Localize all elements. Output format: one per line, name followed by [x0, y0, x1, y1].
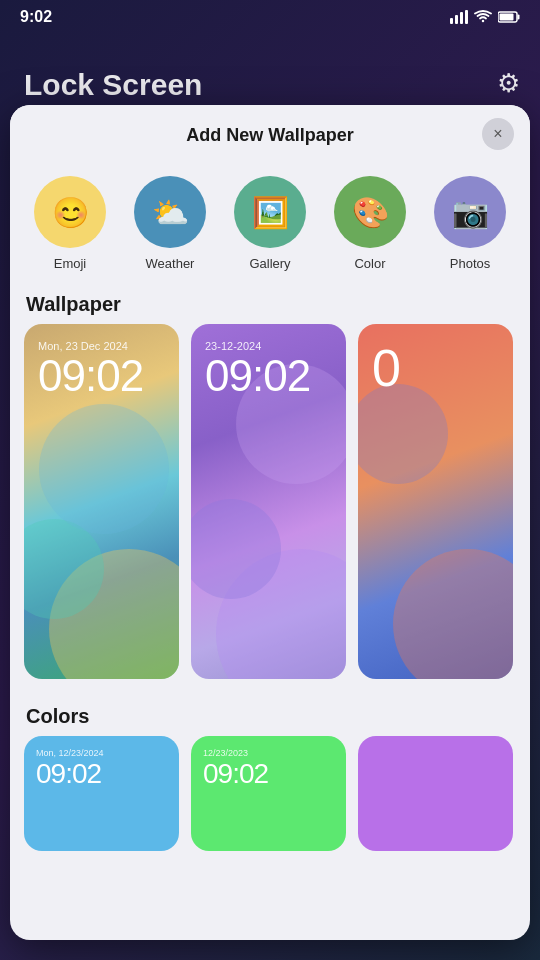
color-card-2-time: 09:02	[203, 760, 268, 788]
svg-rect-1	[455, 15, 458, 24]
gallery-icon: 🖼️	[252, 195, 289, 230]
colors-section: Colors Mon, 12/23/2024 09:02 12/23/2023 …	[10, 693, 530, 861]
gear-icon[interactable]: ⚙	[497, 68, 520, 99]
wallpaper-card-1-time: 09:02	[38, 354, 143, 398]
wallpaper-grid: Mon, 23 Dec 2024 09:02 23-12-2024 09:02	[10, 324, 530, 693]
weather-circle: ⛅	[134, 176, 206, 248]
wallpaper-card-3-time: 0	[372, 342, 400, 394]
colors-section-label: Colors	[10, 693, 530, 736]
category-gallery[interactable]: 🖼️ Gallery	[220, 170, 320, 277]
photo-label: Photos	[450, 256, 490, 271]
wallpaper-card-1[interactable]: Mon, 23 Dec 2024 09:02	[24, 324, 179, 679]
wallpaper-card-2-text: 23-12-2024 09:02	[205, 340, 310, 398]
modal-header: Add New Wallpaper ×	[10, 105, 530, 162]
category-color[interactable]: 🎨 Color	[320, 170, 420, 277]
svg-rect-0	[450, 18, 453, 24]
wallpaper-section: Wallpaper Mon, 23 Dec 2024 09:02 23-12	[10, 281, 530, 693]
lock-screen-title: Lock Screen	[24, 68, 202, 102]
category-weather[interactable]: ⛅ Weather	[120, 170, 220, 277]
color-card-1-time: 09:02	[36, 760, 104, 788]
status-icons	[450, 10, 520, 24]
color-circle: 🎨	[334, 176, 406, 248]
category-photo[interactable]: 📷 Photos	[420, 170, 520, 277]
color-card-1-text: Mon, 12/23/2024 09:02	[36, 748, 104, 788]
color-card-2-date: 12/23/2023	[203, 748, 268, 758]
modal-title: Add New Wallpaper	[186, 125, 353, 146]
svg-rect-2	[460, 12, 463, 24]
signal-icon	[450, 10, 468, 24]
add-wallpaper-modal: Add New Wallpaper × 😊 Emoji ⛅ Weather 🖼️…	[10, 105, 530, 940]
wallpaper-card-1-text: Mon, 23 Dec 2024 09:02	[38, 340, 143, 398]
wallpaper-card-3-text: 0	[372, 340, 400, 394]
photo-circle: 📷	[434, 176, 506, 248]
svg-rect-3	[465, 10, 468, 24]
color-card-2-text: 12/23/2023 09:02	[203, 748, 268, 788]
wallpaper-card-2-date: 23-12-2024	[205, 340, 310, 352]
emoji-label: Emoji	[54, 256, 87, 271]
colors-grid: Mon, 12/23/2024 09:02 12/23/2023 09:02	[10, 736, 530, 851]
photo-icon: 📷	[452, 195, 489, 230]
wifi-icon	[474, 10, 492, 24]
color-card-1-date: Mon, 12/23/2024	[36, 748, 104, 758]
color-label: Color	[354, 256, 385, 271]
close-button[interactable]: ×	[482, 118, 514, 150]
wallpaper-card-1-date: Mon, 23 Dec 2024	[38, 340, 143, 352]
wallpaper-card-3[interactable]: 0	[358, 324, 513, 679]
weather-icon: ⛅	[152, 195, 189, 230]
emoji-circle: 😊	[34, 176, 106, 248]
color-card-1[interactable]: Mon, 12/23/2024 09:02	[24, 736, 179, 851]
category-scroll: 😊 Emoji ⛅ Weather 🖼️ Gallery 🎨 Color	[10, 162, 530, 281]
emoji-icon: 😊	[52, 195, 89, 230]
gallery-label: Gallery	[249, 256, 290, 271]
wallpaper-card-2[interactable]: 23-12-2024 09:02	[191, 324, 346, 679]
svg-rect-6	[518, 15, 520, 20]
battery-icon	[498, 11, 520, 23]
status-bar: 9:02	[0, 0, 540, 34]
wallpaper-card-2-time: 09:02	[205, 354, 310, 398]
svg-rect-5	[500, 14, 514, 21]
wallpaper-section-label: Wallpaper	[10, 281, 530, 324]
color-card-3[interactable]	[358, 736, 513, 851]
status-time: 9:02	[20, 8, 52, 26]
category-emoji[interactable]: 😊 Emoji	[20, 170, 120, 277]
gallery-circle: 🖼️	[234, 176, 306, 248]
color-icon: 🎨	[352, 195, 389, 230]
color-card-2[interactable]: 12/23/2023 09:02	[191, 736, 346, 851]
weather-label: Weather	[146, 256, 195, 271]
